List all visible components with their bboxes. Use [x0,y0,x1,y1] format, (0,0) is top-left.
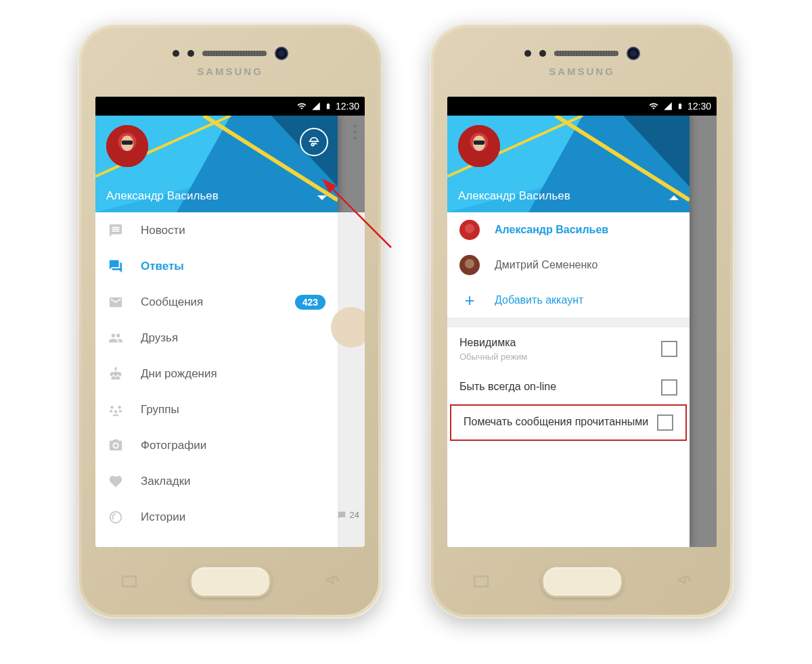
heart-icon [108,473,124,490]
checkbox[interactable] [661,341,677,357]
signal-icon [663,101,673,111]
toggle-title: Помечать сообщения прочитанными [464,415,657,429]
account-avatar [459,255,480,275]
menu-item-settings[interactable]: Настройки [95,535,338,547]
divider [447,318,690,327]
cake-icon [108,366,124,382]
header-username: Александр Васильев [458,189,570,203]
phone-frame-right: SAMSUNG 12:30 [430,24,734,619]
brand-label: SAMSUNG [549,66,615,77]
status-time: 12:30 [687,101,711,112]
menu-item-news[interactable]: Новости [95,212,338,248]
menu-label: Сообщения [141,295,203,309]
battery-icon [325,101,332,112]
menu-item-photos[interactable]: Фотографии [95,427,338,463]
groups-icon [108,402,124,418]
status-bar: 12:30 [447,97,717,116]
add-account-button[interactable]: + Добавить аккаунт [447,283,690,318]
toggle-title: Быть всегда on-line [459,380,661,394]
messages-badge: 423 [295,295,325,310]
toggle-invisible[interactable]: Невидимка Обычный режим [447,327,690,371]
add-account-label: Добавить аккаунт [495,294,583,306]
replies-icon [108,258,124,275]
menu-item-stories[interactable]: Истории [95,499,338,535]
account-dropdown-icon[interactable] [317,195,327,200]
account-panel: Александр Васильев Дмитрий Семененко + Д… [447,212,690,547]
phone-frame-left: SAMSUNG 12:30 [78,24,382,619]
svg-rect-9 [122,141,133,145]
account-avatar [459,220,480,240]
screen-left: 12:30 [95,97,365,547]
wifi-icon [296,101,307,111]
menu-item-messages[interactable]: Сообщения 423 [95,284,338,320]
bezel-bottom [82,548,378,615]
svg-point-12 [114,410,118,413]
menu-label: Друзья [141,331,178,345]
account-name: Дмитрий Семененко [495,259,597,271]
svg-point-26 [465,224,474,233]
menu-item-birthdays[interactable]: Дни рождения [95,356,338,392]
incognito-icon[interactable] [300,128,328,156]
checkbox[interactable] [661,379,677,396]
brand-label: SAMSUNG [197,66,263,77]
status-time: 12:30 [336,101,359,112]
menu-label: Истории [141,511,185,524]
account-dropdown-icon[interactable] [669,195,679,200]
wifi-icon [648,101,659,111]
bezel-top: SAMSUNG [434,28,730,95]
news-icon [108,222,124,239]
menu-label: Ответы [141,260,184,273]
peek-count: 24 [337,510,359,520]
avatar[interactable] [106,125,148,167]
background-content-peek: 24 [338,212,365,547]
toggle-subtitle: Обычный режим [459,352,661,362]
svg-point-28 [465,259,474,268]
bezel-bottom [434,548,730,615]
stories-icon [108,509,124,525]
battery-icon [677,101,683,112]
screen-right: 12:30 [447,97,717,547]
toggle-always-online[interactable]: Быть всегда on-line [447,371,690,404]
svg-point-10 [110,406,114,409]
back-button[interactable] [319,571,344,592]
recent-apps-button[interactable] [116,571,142,592]
nav-drawer: Александр Васильев Александр Васильев Дм… [447,116,690,547]
bezel-top: SAMSUNG [82,28,378,95]
phone-body: SAMSUNG 12:30 [82,28,378,615]
svg-rect-13 [122,577,136,587]
home-button[interactable] [189,565,271,598]
highlight-callout: Помечать сообщения прочитанными [450,404,687,441]
camera-icon [108,437,124,454]
nav-drawer: Александр Васильев Новости Ответы [95,116,338,547]
messages-icon [108,294,124,310]
home-button[interactable] [541,565,623,598]
svg-rect-24 [474,141,485,145]
drawer-header[interactable]: Александр Васильев [447,116,690,212]
menu-label: Новости [141,224,185,237]
menu-item-groups[interactable]: Группы [95,392,338,427]
signal-icon [311,101,321,111]
drawer-menu: Новости Ответы Сообщения 423 [95,212,338,547]
phone-body: SAMSUNG 12:30 [434,28,730,615]
avatar[interactable] [458,125,500,167]
header-username: Александр Васильев [106,189,219,203]
menu-item-bookmarks[interactable]: Закладки [95,463,338,499]
account-item-secondary[interactable]: Дмитрий Семененко [447,247,690,283]
checkbox[interactable] [657,414,673,431]
menu-label: Закладки [141,475,191,488]
plus-icon: + [459,290,480,311]
menu-label: Дни рождения [141,367,217,381]
drawer-header[interactable]: Александр Васильев [95,116,338,212]
toggle-mark-read[interactable]: Помечать сообщения прочитанными [451,406,685,440]
toggle-title: Невидимка [459,336,661,350]
menu-item-replies[interactable]: Ответы [95,248,338,284]
svg-point-11 [118,406,121,409]
recent-apps-button[interactable] [468,571,494,592]
menu-item-friends[interactable]: Друзья [95,320,338,356]
gear-icon [108,545,124,548]
overflow-menu-icon[interactable] [353,124,357,140]
account-item-primary[interactable]: Александр Васильев [447,212,690,247]
menu-label: Группы [141,403,179,417]
back-button[interactable] [671,571,696,592]
menu-label: Настройки [141,546,197,548]
